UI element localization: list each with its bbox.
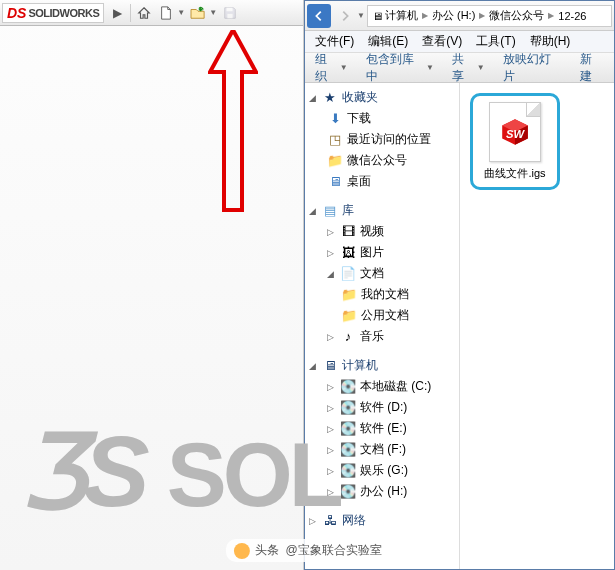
video-icon: 🎞	[340, 224, 356, 240]
tree-label: 文档	[360, 265, 384, 282]
toolbar-separator	[130, 4, 131, 22]
solidworks-toolbar: DS SOLIDWORKS ▶ ▼ ▼	[0, 0, 303, 26]
logo-ds-icon: DS	[7, 5, 26, 21]
cmd-label: 包含到库中	[366, 51, 425, 85]
tree-documents[interactable]: ◢📄文档	[305, 263, 459, 284]
tree-label: 办公 (H:)	[360, 483, 407, 500]
drive-icon: 💽	[340, 442, 356, 458]
avatar-icon	[233, 543, 249, 559]
folder-icon: 📁	[327, 153, 343, 169]
tree-favorites[interactable]: ◢★收藏夹	[305, 87, 459, 108]
collapse-icon: ◢	[309, 361, 318, 371]
home-icon[interactable]	[135, 4, 153, 22]
collapse-icon: ◢	[327, 269, 336, 279]
explorer-navbar: ▼ 🖥 计算机 ▶ 办公 (H:) ▶ 微信公众号 ▶ 12-26	[305, 1, 614, 31]
collapse-icon: ◢	[309, 93, 318, 103]
tree-pictures[interactable]: ▷🖼图片	[305, 242, 459, 263]
folder-icon: 📁	[341, 287, 357, 303]
tree-label: 视频	[360, 223, 384, 240]
expand-button[interactable]: ▶	[108, 4, 126, 22]
chevron-down-icon: ▼	[426, 63, 434, 72]
crumb-computer[interactable]: 🖥 计算机	[370, 8, 420, 23]
computer-icon: 🖥	[372, 10, 383, 22]
tree-label: 微信公众号	[347, 152, 407, 169]
attribution-overlay: 头条 @宝象联合实验室	[225, 539, 389, 562]
tree-drive-c[interactable]: ▷💽本地磁盘 (C:)	[305, 376, 459, 397]
tree-music[interactable]: ▷♪音乐	[305, 326, 459, 347]
files-pane[interactable]: SW 曲线文件.igs	[460, 83, 614, 569]
solidworks-file-icon: SW	[499, 116, 531, 148]
nav-forward-button[interactable]	[333, 4, 357, 28]
cmd-include-library[interactable]: 包含到库中 ▼	[362, 49, 438, 87]
tree-wechat-folder[interactable]: 📁微信公众号	[305, 150, 459, 171]
tree-videos[interactable]: ▷🎞视频	[305, 221, 459, 242]
tree-label: 库	[342, 202, 354, 219]
music-icon: ♪	[340, 329, 356, 345]
chevron-down-icon: ▼	[477, 63, 485, 72]
breadcrumb[interactable]: 🖥 计算机 ▶ 办公 (H:) ▶ 微信公众号 ▶ 12-26	[367, 5, 612, 27]
tree-label: 收藏夹	[342, 89, 378, 106]
collapse-icon: ◢	[309, 206, 318, 216]
document-icon: 📄	[340, 266, 356, 282]
tree-label: 下载	[347, 110, 371, 127]
chevron-right-icon: ▶	[548, 11, 554, 20]
desktop-icon: 🖥	[327, 174, 343, 190]
solidworks-watermark: ƷS SOL	[20, 413, 340, 530]
solidworks-logo[interactable]: DS SOLIDWORKS	[2, 3, 104, 23]
open-dropdown-icon[interactable]: ▼	[209, 8, 217, 17]
crumb-folder1[interactable]: 微信公众号	[487, 8, 546, 23]
tree-desktop[interactable]: 🖥桌面	[305, 171, 459, 192]
nav-history-icon[interactable]: ▼	[357, 11, 365, 20]
library-icon: ▤	[322, 203, 338, 219]
tree-label: 最近访问的位置	[347, 131, 431, 148]
tree-label: 图片	[360, 244, 384, 261]
logo-text: SOLIDWORKS	[28, 7, 99, 19]
tree-label: 软件 (D:)	[360, 399, 407, 416]
file-item-igs[interactable]: SW 曲线文件.igs	[470, 93, 560, 190]
attribution-prefix: 头条	[255, 542, 279, 559]
crumb-folder2[interactable]: 12-26	[556, 10, 588, 22]
svg-rect-1	[227, 13, 232, 17]
picture-icon: 🖼	[340, 245, 356, 261]
cmd-organize[interactable]: 组织 ▼	[311, 49, 352, 87]
tree-computer[interactable]: ◢🖥计算机	[305, 355, 459, 376]
file-name-label: 曲线文件.igs	[484, 166, 545, 181]
tree-my-documents[interactable]: 📁我的文档	[305, 284, 459, 305]
tree-label: 音乐	[360, 328, 384, 345]
save-icon[interactable]	[221, 4, 239, 22]
tree-public-documents[interactable]: 📁公用文档	[305, 305, 459, 326]
expand-icon: ▷	[327, 403, 336, 413]
tree-libraries[interactable]: ◢▤库	[305, 200, 459, 221]
tree-downloads[interactable]: ⬇下载	[305, 108, 459, 129]
tree-label: 桌面	[347, 173, 371, 190]
drive-icon: 💽	[340, 484, 356, 500]
drive-icon: 💽	[340, 421, 356, 437]
drive-icon: 💽	[340, 400, 356, 416]
drive-icon: 💽	[340, 463, 356, 479]
open-icon[interactable]	[189, 4, 207, 22]
new-document-icon[interactable]	[157, 4, 175, 22]
crumb-label: 计算机	[385, 8, 418, 23]
cmd-label: 共享	[452, 51, 476, 85]
expand-icon: ▷	[327, 382, 336, 392]
tree-label: 软件 (E:)	[360, 420, 407, 437]
tree-label: 娱乐 (G:)	[360, 462, 408, 479]
expand-icon: ▷	[327, 248, 336, 258]
recent-icon: ◳	[327, 132, 343, 148]
folder-icon: 📁	[341, 308, 357, 324]
computer-icon: 🖥	[322, 358, 338, 374]
star-icon: ★	[322, 90, 338, 106]
crumb-drive[interactable]: 办公 (H:)	[430, 8, 477, 23]
drive-icon: 💽	[340, 379, 356, 395]
new-dropdown-icon[interactable]: ▼	[177, 8, 185, 17]
cmd-share[interactable]: 共享 ▼	[448, 49, 489, 87]
nav-back-button[interactable]	[307, 4, 331, 28]
chevron-right-icon: ▶	[422, 11, 428, 20]
tree-label: 计算机	[342, 357, 378, 374]
chevron-down-icon: ▼	[340, 63, 348, 72]
expand-icon: ▷	[327, 227, 336, 237]
cmd-new[interactable]: 新建	[576, 49, 608, 87]
cmd-slideshow[interactable]: 放映幻灯片	[499, 49, 567, 87]
tree-recent[interactable]: ◳最近访问的位置	[305, 129, 459, 150]
svg-rect-0	[227, 7, 233, 11]
